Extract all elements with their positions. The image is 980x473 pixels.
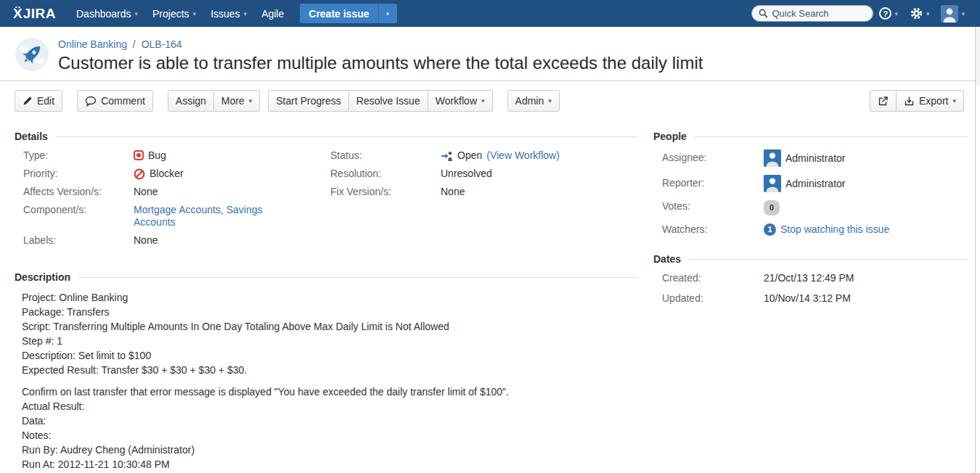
share-button[interactable] bbox=[870, 90, 897, 112]
start-progress-button[interactable]: Start Progress bbox=[268, 90, 348, 112]
heading-divider bbox=[688, 259, 967, 260]
field-type: Type: Bug bbox=[23, 149, 330, 162]
chevron-down-icon: ▾ bbox=[386, 10, 390, 17]
jira-logo-text: JIRA bbox=[23, 6, 56, 22]
chevron-down-icon: ▾ bbox=[926, 10, 930, 17]
issue-header: Online Banking / OLB-164 Customer is abl… bbox=[0, 27, 980, 81]
field-fix-versions: Fix Version/s: None bbox=[330, 186, 637, 198]
field-status: Status: Open (View Workflow) bbox=[330, 149, 637, 162]
search-icon bbox=[759, 9, 768, 18]
field-assignee: Assignee: Administrator bbox=[662, 149, 967, 167]
top-navigation-bar: Ẍ JIRA Dashboards ▾ Projects ▾ Issues ▾ … bbox=[0, 0, 980, 27]
field-priority: Priority: Blocker bbox=[23, 168, 330, 180]
breadcrumb: Online Banking / OLB-164 bbox=[58, 38, 703, 50]
field-created: Created: 21/Oct/13 12:49 PM bbox=[662, 272, 967, 284]
watchers-count-badge: 1 bbox=[764, 223, 776, 236]
admin-settings-menu[interactable]: ▾ bbox=[904, 0, 936, 27]
chevron-down-icon: ▾ bbox=[193, 10, 197, 17]
edit-button[interactable]: Edit bbox=[15, 90, 62, 112]
issue-title: Customer is able to transfer multiple am… bbox=[58, 53, 703, 73]
status-open-icon bbox=[441, 149, 453, 162]
pencil-icon bbox=[23, 96, 33, 106]
assignee-name[interactable]: Administrator bbox=[785, 152, 845, 165]
component-link-mortgage-accounts[interactable]: Mortgage Accounts bbox=[134, 204, 221, 215]
create-issue-dropdown-button[interactable]: ▾ bbox=[378, 4, 397, 23]
field-labels: Labels: None bbox=[23, 234, 330, 247]
create-issue-split-button: Create issue ▾ bbox=[300, 4, 396, 23]
field-components: Component/s: Mortgage Accounts, Savings … bbox=[23, 204, 330, 229]
updated-value: 10/Nov/14 3:12 PM bbox=[764, 292, 851, 305]
more-dropdown-button[interactable]: More ▾ bbox=[214, 90, 260, 112]
blocker-priority-icon bbox=[134, 168, 145, 180]
created-value: 21/Oct/13 12:49 PM bbox=[764, 272, 854, 284]
chevron-down-icon: ▾ bbox=[134, 10, 138, 17]
user-profile-menu[interactable]: ▾ bbox=[935, 0, 971, 27]
details-module: Details Type: Bug Priority: bbox=[15, 131, 637, 252]
workflow-dropdown-button[interactable]: Workflow ▾ bbox=[428, 90, 493, 112]
share-icon bbox=[878, 96, 889, 107]
project-avatar-rocket-icon bbox=[15, 37, 49, 72]
field-watchers: Watchers: 1 Stop watching this issue bbox=[662, 223, 967, 236]
chevron-down-icon: ▾ bbox=[548, 97, 552, 104]
help-menu[interactable]: ? ▾ bbox=[873, 0, 904, 27]
dates-heading: Dates bbox=[653, 253, 681, 265]
people-heading: People bbox=[653, 131, 687, 142]
field-resolution: Resolution: Unresolved bbox=[330, 168, 637, 180]
create-issue-button[interactable]: Create issue bbox=[300, 4, 377, 23]
chevron-down-icon: ▾ bbox=[961, 10, 965, 17]
breadcrumb-project-link[interactable]: Online Banking bbox=[58, 38, 127, 50]
comment-button[interactable]: Comment bbox=[77, 90, 153, 112]
chevron-down-icon: ▾ bbox=[244, 10, 248, 17]
component-separator: , bbox=[221, 204, 224, 215]
people-module: People Assignee: Administrator Reporter: bbox=[653, 131, 967, 236]
chevron-down-icon: ▾ bbox=[952, 97, 956, 104]
export-dropdown-button[interactable]: Export ▾ bbox=[897, 90, 964, 112]
field-affects-versions: Affects Version/s: None bbox=[23, 186, 330, 198]
heading-divider bbox=[78, 277, 637, 278]
issue-toolbar: Edit Comment Assign More ▾ Start Progres… bbox=[0, 81, 980, 120]
assignee-avatar-icon bbox=[764, 149, 781, 167]
quick-search-box bbox=[751, 5, 873, 22]
assign-button[interactable]: Assign bbox=[168, 90, 214, 112]
breadcrumb-separator: / bbox=[133, 38, 136, 50]
field-votes: Votes: 0 bbox=[662, 200, 967, 215]
heading-divider bbox=[694, 136, 967, 137]
details-heading: Details bbox=[15, 131, 48, 142]
stop-watching-link[interactable]: Stop watching this issue bbox=[780, 223, 889, 236]
view-workflow-link[interactable]: (View Workflow) bbox=[486, 149, 560, 162]
resolve-issue-button[interactable]: Resolve Issue bbox=[349, 90, 428, 112]
admin-dropdown-button[interactable]: Admin ▾ bbox=[507, 90, 560, 112]
heading-divider bbox=[55, 136, 637, 137]
chevron-down-icon: ▾ bbox=[249, 97, 253, 104]
reporter-name[interactable]: Administrator bbox=[785, 178, 845, 190]
nav-agile[interactable]: Agile bbox=[254, 0, 291, 27]
nav-dashboards[interactable]: Dashboards ▾ bbox=[69, 0, 145, 27]
page-scrollbar-track[interactable] bbox=[975, 86, 980, 473]
gear-icon bbox=[910, 7, 923, 20]
breadcrumb-issue-key-link[interactable]: OLB-164 bbox=[142, 38, 182, 50]
description-text: Project: Online Banking Package: Transfe… bbox=[15, 290, 637, 472]
chevron-down-icon: ▾ bbox=[894, 10, 898, 17]
votes-count-badge: 0 bbox=[764, 200, 780, 215]
dates-module: Dates Created: 21/Oct/13 12:49 PM Update… bbox=[653, 253, 967, 305]
comment-bubble-icon bbox=[85, 96, 97, 107]
description-module: Description Project: Online Banking Pack… bbox=[15, 271, 637, 472]
jira-logo[interactable]: Ẍ JIRA bbox=[13, 6, 56, 22]
workflow-transitions-group: Start Progress Resolve Issue Workflow ▾ bbox=[268, 90, 492, 112]
search-input[interactable] bbox=[772, 8, 859, 19]
description-heading: Description bbox=[15, 271, 70, 283]
nav-projects[interactable]: Projects ▾ bbox=[145, 0, 203, 27]
user-avatar-icon bbox=[941, 5, 958, 22]
field-reporter: Reporter: Administrator bbox=[662, 175, 967, 192]
export-download-icon bbox=[904, 96, 915, 107]
chevron-down-icon: ▾ bbox=[481, 97, 485, 104]
assign-more-group: Assign More ▾ bbox=[168, 90, 260, 112]
page-right-edge bbox=[975, 27, 980, 86]
nav-issues[interactable]: Issues ▾ bbox=[203, 0, 254, 27]
share-export-group: Export ▾ bbox=[870, 90, 964, 112]
reporter-avatar-icon bbox=[764, 175, 781, 192]
bug-type-icon bbox=[134, 150, 144, 160]
jira-charlie-icon: Ẍ bbox=[13, 6, 23, 22]
help-icon: ? bbox=[879, 7, 891, 20]
field-updated: Updated: 10/Nov/14 3:12 PM bbox=[662, 292, 967, 305]
